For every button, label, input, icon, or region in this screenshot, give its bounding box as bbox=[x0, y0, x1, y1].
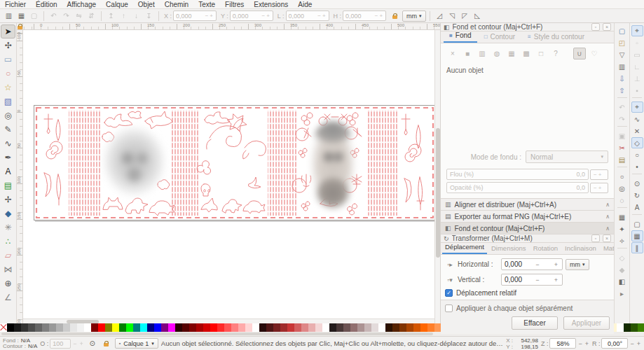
palette-swatch[interactable] bbox=[63, 323, 70, 332]
snap-button[interactable]: ▪ bbox=[631, 85, 643, 96]
palette-swatch[interactable] bbox=[413, 323, 420, 332]
horizontal-input[interactable]: 0,000 −+ bbox=[501, 258, 563, 270]
toolbox-tool[interactable]: ✢ bbox=[1, 192, 15, 206]
menu-item[interactable]: Aide bbox=[293, 0, 317, 9]
command-button[interactable]: ▥ bbox=[616, 61, 628, 72]
palette-scrollbar-thumb[interactable] bbox=[1, 332, 433, 335]
ctrlbar-button[interactable]: ⇵ bbox=[85, 10, 97, 22]
vertical-input[interactable]: 0,000 −+ bbox=[501, 274, 563, 286]
snap-button[interactable] bbox=[632, 174, 642, 176]
ctrlbar-button[interactable]: ↥ bbox=[105, 10, 117, 22]
toolbox-tool[interactable]: ✒ bbox=[1, 150, 15, 164]
horizontal-ruler[interactable]: 050100150200250300350400450500550 bbox=[23, 23, 440, 30]
menu-item[interactable]: Affichage bbox=[62, 0, 102, 9]
transform-tab[interactable]: Rotation bbox=[530, 243, 561, 254]
ctrlbar-button[interactable]: ↑ bbox=[118, 10, 130, 22]
command-button[interactable]: ◰ bbox=[616, 37, 628, 48]
snap-button[interactable]: ▢ bbox=[631, 218, 643, 230]
snap-button[interactable]: • bbox=[631, 161, 643, 172]
palette-swatch[interactable] bbox=[631, 323, 638, 332]
palette-swatch[interactable] bbox=[189, 323, 196, 332]
palette-swatch[interactable] bbox=[42, 323, 49, 332]
palette-swatch[interactable] bbox=[266, 323, 273, 332]
command-button[interactable]: ✂ bbox=[616, 142, 628, 153]
palette-swatch[interactable] bbox=[336, 323, 343, 332]
toolbox-tool[interactable]: ▧ bbox=[1, 94, 15, 108]
palette-swatch[interactable] bbox=[196, 323, 203, 332]
palette-swatch[interactable] bbox=[98, 323, 105, 332]
command-button[interactable]: ▸ bbox=[616, 288, 628, 299]
command-button[interactable]: ◇ bbox=[616, 252, 628, 263]
blur-slider[interactable]: Flou (%)0,0 bbox=[446, 169, 589, 180]
toolbox-tool[interactable]: ◆ bbox=[1, 206, 15, 220]
toolbox-tool[interactable]: ▭ bbox=[1, 52, 15, 66]
palette-swatch[interactable] bbox=[638, 323, 644, 332]
palette-swatch[interactable] bbox=[49, 323, 56, 332]
clear-button[interactable]: Effacer bbox=[512, 316, 558, 330]
palette-swatch[interactable] bbox=[112, 323, 119, 332]
command-button[interactable] bbox=[617, 126, 627, 129]
opacity-spin[interactable]: −+ bbox=[590, 183, 608, 193]
palette-swatch[interactable] bbox=[427, 323, 434, 332]
opacity-input[interactable]: 100 bbox=[50, 339, 71, 349]
ctrlbar-button[interactable]: ⇋ bbox=[73, 10, 85, 22]
palette-swatch[interactable] bbox=[224, 323, 231, 332]
command-button[interactable]: ▤ bbox=[616, 154, 628, 165]
fill-stroke-tab[interactable]: □Contour bbox=[479, 31, 521, 43]
command-button[interactable]: ○ bbox=[616, 171, 628, 182]
command-button[interactable]: ◆ bbox=[616, 264, 628, 275]
palette-swatch[interactable] bbox=[350, 323, 357, 332]
paint-type-button[interactable]: ▩ bbox=[520, 48, 533, 59]
layer-visibility-toggle[interactable]: ⊙ bbox=[87, 338, 98, 349]
command-button[interactable] bbox=[617, 167, 627, 169]
toolbox-tool[interactable]: ◎ bbox=[1, 108, 15, 122]
blend-mode-dropdown[interactable]: Normal▾ bbox=[526, 150, 608, 163]
command-button[interactable]: ▢ bbox=[616, 25, 628, 36]
palette-swatch[interactable] bbox=[182, 323, 189, 332]
command-button[interactable]: ✧ bbox=[616, 235, 628, 246]
menu-item[interactable]: Objet bbox=[133, 0, 160, 9]
command-button[interactable]: ⇩ bbox=[616, 73, 628, 84]
snap-button[interactable]: ✕ bbox=[631, 125, 643, 136]
command-button[interactable]: ⇧ bbox=[616, 85, 628, 96]
palette-swatch[interactable] bbox=[70, 323, 77, 332]
menu-item[interactable]: Chemin bbox=[160, 0, 193, 9]
vertical-scrollbar[interactable] bbox=[434, 30, 440, 323]
snap-button[interactable]: ◇ bbox=[631, 137, 643, 148]
palette-swatch[interactable] bbox=[217, 323, 224, 332]
transform-tab[interactable]: Dimensions bbox=[488, 243, 529, 254]
snap-button[interactable]: ⊙ bbox=[631, 178, 643, 189]
menu-item[interactable]: Calque bbox=[101, 0, 133, 9]
ctrlbar-button[interactable]: ↷ bbox=[60, 10, 72, 22]
palette-swatch[interactable] bbox=[147, 323, 154, 332]
palette-swatch[interactable] bbox=[308, 323, 315, 332]
palette-swatch[interactable] bbox=[105, 323, 112, 332]
coordinate-input[interactable]: 0,000 −+ bbox=[230, 10, 273, 21]
close-button[interactable]: × bbox=[603, 23, 611, 31]
palette-swatch[interactable] bbox=[280, 323, 287, 332]
palette-swatch[interactable] bbox=[392, 323, 399, 332]
palette-swatch[interactable] bbox=[56, 323, 63, 332]
command-button[interactable] bbox=[617, 97, 627, 100]
palette-swatch[interactable] bbox=[385, 323, 392, 332]
ctrlbar-button[interactable]: ↶ bbox=[48, 10, 60, 22]
palette-swatch[interactable] bbox=[14, 323, 21, 332]
snap-button[interactable]: ↻ bbox=[631, 190, 643, 201]
checkbox-unchecked[interactable] bbox=[445, 304, 453, 312]
palette-swatch[interactable] bbox=[294, 323, 301, 332]
coordinate-input[interactable]: 0,000 −+ bbox=[173, 10, 217, 21]
palette-swatch[interactable] bbox=[287, 323, 294, 332]
command-button[interactable] bbox=[617, 248, 627, 251]
palette-swatch[interactable] bbox=[378, 323, 385, 332]
ctrlbar-button[interactable]: ↓ bbox=[130, 10, 142, 22]
command-button[interactable]: ✦ bbox=[616, 223, 628, 234]
toolbox-tool[interactable]: ⊕ bbox=[1, 276, 15, 290]
paint-type-button[interactable]: ◍ bbox=[491, 48, 503, 59]
palette-swatch[interactable] bbox=[175, 323, 182, 332]
palette-swatch[interactable] bbox=[624, 323, 631, 332]
snap-button[interactable]: ○ bbox=[631, 149, 643, 160]
palette-swatch[interactable] bbox=[322, 323, 329, 332]
document-page[interactable] bbox=[34, 105, 436, 220]
palette-swatch-none[interactable] bbox=[0, 323, 7, 332]
apply-each-checkbox-row[interactable]: Appliquer à chaque objet séparément bbox=[445, 304, 610, 312]
